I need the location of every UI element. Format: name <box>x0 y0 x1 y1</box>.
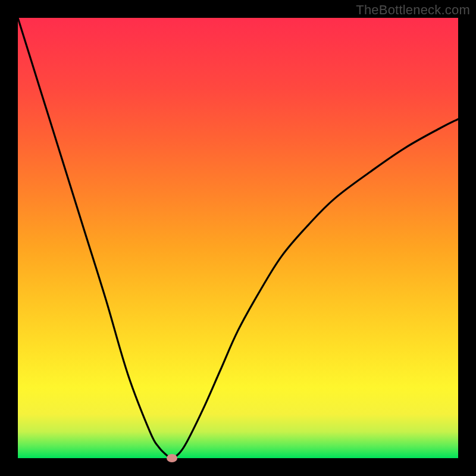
curve-svg <box>18 18 458 458</box>
chart-frame: TheBottleneck.com <box>0 0 476 476</box>
watermark-text: TheBottleneck.com <box>356 2 470 18</box>
optimal-point-marker <box>167 454 177 462</box>
bottleneck-curve <box>18 18 458 458</box>
plot-area <box>18 18 458 458</box>
